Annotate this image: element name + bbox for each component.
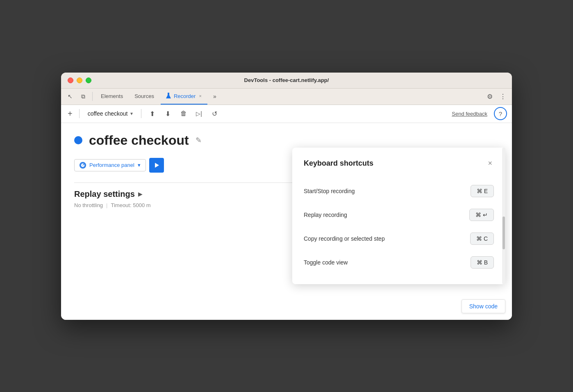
- shortcut-row-replay: Replay recording ⌘ ↵: [304, 203, 494, 227]
- delete-button[interactable]: 🗑: [177, 107, 190, 120]
- tab-recorder[interactable]: Recorder ×: [161, 88, 207, 105]
- toolbar-divider-1: [92, 92, 93, 101]
- panel-dropdown[interactable]: Performance panel ▾: [74, 159, 146, 171]
- shortcut-toggle-code-cmd: ⌘: [477, 259, 482, 266]
- recording-title: coffee checkout: [89, 133, 189, 148]
- shortcut-replay-cmd: ⌘: [475, 212, 481, 218]
- tab-close-recorder[interactable]: ×: [198, 93, 202, 99]
- trash-icon: 🗑: [180, 110, 187, 117]
- add-icon: +: [68, 109, 73, 118]
- no-throttling-label: No throttling: [74, 202, 103, 208]
- performance-panel-icon: [80, 162, 86, 169]
- panel-label: Performance panel: [89, 162, 134, 168]
- shortcut-copy-key: ⌘ C: [470, 232, 494, 245]
- devtools-window: DevTools - coffee-cart.netlify.app/ ↖ ⧉ …: [61, 73, 512, 320]
- minimize-button[interactable]: [77, 77, 82, 83]
- recording-chevron-icon: ▾: [130, 111, 133, 116]
- replay-info-divider: |: [106, 202, 107, 208]
- title-bar: DevTools - coffee-cart.netlify.app/: [61, 73, 512, 89]
- recording-selector[interactable]: coffee checkout ▾: [84, 109, 136, 119]
- start-replay-button[interactable]: [149, 158, 164, 173]
- shortcut-copy-label: Copy recording or selected step: [304, 235, 385, 242]
- shortcut-row-copy: Copy recording or selected step ⌘ C: [304, 227, 494, 251]
- recording-name: coffee checkout: [88, 110, 128, 117]
- recorder-toolbar: + coffee checkout ▾ ⬆ ⬇ 🗑 ▷| ↺ Send feed…: [61, 105, 512, 123]
- shortcut-start-stop-label: Start/Stop recording: [304, 188, 355, 194]
- window-title: DevTools - coffee-cart.netlify.app/: [244, 77, 329, 83]
- layers-icon-button[interactable]: ⧉: [77, 91, 89, 102]
- more-tabs-button[interactable]: »: [209, 91, 221, 102]
- shortcut-toggle-code-label: Toggle code view: [304, 259, 348, 266]
- rec-toolbar-divider-2: [141, 109, 141, 118]
- shortcut-start-stop-cmd: ⌘: [477, 188, 482, 194]
- beaker-icon: [166, 93, 171, 100]
- recording-header: coffee checkout ✎: [74, 133, 499, 148]
- gear-icon: ⚙: [487, 93, 493, 100]
- add-recording-button[interactable]: +: [66, 107, 74, 120]
- shortcut-replay-letter: ↵: [483, 212, 488, 218]
- main-content: coffee checkout ✎ Performance panel ▾: [61, 123, 512, 320]
- shortcuts-close-button[interactable]: ×: [486, 157, 494, 169]
- settings-button[interactable]: ⚙: [484, 91, 496, 102]
- shortcuts-title: Keyboard shortcuts: [304, 159, 373, 168]
- shortcuts-popup: Keyboard shortcuts × Start/Stop recordin…: [292, 148, 505, 284]
- help-icon: ?: [499, 110, 502, 117]
- download-icon: ⬇: [165, 110, 171, 118]
- shortcut-toggle-code-key: ⌘ B: [471, 256, 494, 269]
- devtools-toolbar: ↖ ⧉ Elements Sources Recorder × » ⚙: [61, 89, 512, 105]
- replay-button[interactable]: ↺: [209, 107, 221, 120]
- svg-marker-1: [155, 163, 159, 168]
- cursor-icon: ↖: [68, 93, 73, 100]
- scrollbar-thumb[interactable]: [503, 217, 505, 249]
- replay-icon: ↺: [212, 110, 217, 118]
- rec-toolbar-divider: [79, 109, 80, 118]
- upload-icon: ⬆: [150, 110, 155, 118]
- chevron-right-icon: »: [213, 93, 216, 100]
- recording-status-dot: [74, 136, 82, 144]
- shortcut-replay-label: Replay recording: [304, 212, 347, 218]
- close-icon: ×: [488, 159, 492, 167]
- shortcut-start-stop-letter: E: [484, 188, 488, 194]
- panel-dropdown-arrow-icon: ▾: [138, 162, 141, 168]
- step-forward-button[interactable]: ▷|: [193, 107, 205, 120]
- shortcut-copy-letter: C: [484, 235, 488, 242]
- shortcut-copy-cmd: ⌘: [476, 235, 482, 242]
- show-code-button[interactable]: Show code: [462, 299, 505, 313]
- cursor-icon-button[interactable]: ↖: [64, 91, 76, 102]
- shortcut-row-start-stop: Start/Stop recording ⌘ E: [304, 179, 494, 203]
- shortcut-row-toggle-code: Toggle code view ⌘ B: [304, 251, 494, 274]
- timeout-label: Timeout: 5000 m: [111, 202, 150, 208]
- more-options-button[interactable]: ⋮: [497, 91, 509, 102]
- scrollbar[interactable]: [502, 148, 505, 284]
- traffic-lights: [68, 77, 91, 83]
- tab-sources[interactable]: Sources: [130, 88, 159, 105]
- import-button[interactable]: ⬇: [162, 107, 174, 120]
- edit-title-icon[interactable]: ✎: [196, 136, 202, 145]
- help-button[interactable]: ?: [494, 107, 507, 120]
- shortcut-toggle-code-letter: B: [484, 259, 488, 266]
- shortcut-start-stop-key: ⌘ E: [471, 185, 494, 197]
- shortcut-replay-key: ⌘ ↵: [469, 209, 494, 221]
- tab-elements[interactable]: Elements: [96, 88, 128, 105]
- close-button[interactable]: [68, 77, 73, 83]
- shortcuts-header: Keyboard shortcuts ×: [304, 157, 494, 169]
- export-button[interactable]: ⬆: [146, 107, 159, 120]
- maximize-button[interactable]: [86, 77, 91, 83]
- replay-settings-label: Replay settings: [74, 189, 135, 199]
- more-icon: ⋮: [500, 93, 506, 100]
- replay-settings-arrow-icon[interactable]: ▶: [138, 191, 143, 197]
- step-forward-icon: ▷|: [196, 110, 202, 117]
- layers-icon: ⧉: [81, 93, 85, 100]
- send-feedback-link[interactable]: Send feedback: [452, 111, 487, 117]
